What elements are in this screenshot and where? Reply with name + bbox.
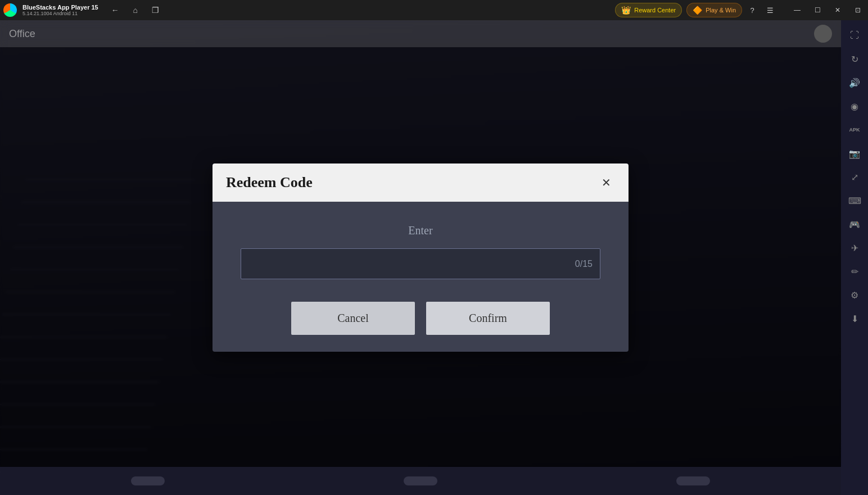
reward-center-button[interactable]: 👑 Reward Center <box>615 3 682 17</box>
right-sidebar: ⛶ ↻ 🔊 ◉ APK 📷 ⤢ ⌨ 🎮 ✈ ✏ ⚙ ⬇ <box>841 20 868 495</box>
dialog-body: Enter 0/15 Cancel Confirm <box>213 202 629 352</box>
app-logo <box>0 0 20 20</box>
dialog-header: Redeem Code ✕ <box>213 164 629 202</box>
apk-sidebar-button[interactable]: APK <box>844 119 865 140</box>
dialog-input-wrapper: 0/15 <box>241 248 600 279</box>
window-controls: — ☐ ✕ ⊡ <box>787 0 868 20</box>
fullscreen-sidebar-button[interactable]: ⛶ <box>844 25 865 46</box>
reward-icon: 👑 <box>621 6 631 15</box>
dialog-close-button[interactable]: ✕ <box>597 174 615 192</box>
download-sidebar-button[interactable]: ⬇ <box>844 308 865 329</box>
back-button[interactable]: ← <box>107 2 123 18</box>
restore-button[interactable]: ⊡ <box>848 0 868 20</box>
redeem-code-dialog: Redeem Code ✕ Enter 0/15 Cancel Confirm <box>213 164 629 352</box>
edit-sidebar-button[interactable]: ✏ <box>844 261 865 282</box>
expand-sidebar-button[interactable]: ⤢ <box>844 166 865 188</box>
close-button[interactable]: ✕ <box>828 0 848 20</box>
menu-button[interactable]: ☰ <box>762 2 778 18</box>
play-win-button[interactable]: 🔶 Play & Win <box>686 3 742 17</box>
screenshot-sidebar-button[interactable]: ◉ <box>844 96 865 117</box>
titlebar-actions: 👑 Reward Center 🔶 Play & Win ? ☰ <box>615 2 783 18</box>
settings-sidebar-button[interactable]: ⚙ <box>844 284 865 306</box>
cancel-button[interactable]: Cancel <box>291 302 415 335</box>
keyboard-sidebar-button[interactable]: ⌨ <box>844 190 865 211</box>
home-button[interactable]: ⌂ <box>128 2 143 18</box>
help-button[interactable]: ? <box>744 2 760 18</box>
dialog-overlay: Redeem Code ✕ Enter 0/15 Cancel Confirm <box>0 20 841 495</box>
gamepad-sidebar-button[interactable]: 🎮 <box>844 214 865 235</box>
titlebar-nav: ← ⌂ ❐ <box>98 2 164 18</box>
char-count: 0/15 <box>575 259 593 269</box>
rotate-sidebar-button[interactable]: ↻ <box>844 48 865 70</box>
logo-circle <box>3 3 17 17</box>
play-win-icon: 🔶 <box>693 6 702 15</box>
dialog-title: Redeem Code <box>226 174 313 191</box>
play-win-label: Play & Win <box>706 7 736 13</box>
titlebar: BlueStacks App Player 15 5.14.21.1004 An… <box>0 0 868 20</box>
app-version: 5.14.21.1004 Android 11 <box>22 11 98 16</box>
main-content: Office ✕ Redeem Code ✕ Enter 0/15 Cancel <box>0 20 841 495</box>
dialog-enter-label: Enter <box>241 224 600 237</box>
app-name-block: BlueStacks App Player 15 5.14.21.1004 An… <box>20 4 98 16</box>
camera-sidebar-button[interactable]: 📷 <box>844 143 865 164</box>
dialog-buttons: Cancel Confirm <box>241 302 600 335</box>
minimize-button[interactable]: — <box>787 0 807 20</box>
redeem-code-input[interactable] <box>241 248 600 279</box>
confirm-button[interactable]: Confirm <box>426 302 550 335</box>
location-sidebar-button[interactable]: ✈ <box>844 237 865 258</box>
maximize-button[interactable]: ☐ <box>807 0 828 20</box>
reward-center-label: Reward Center <box>634 7 676 13</box>
copy-button[interactable]: ❐ <box>148 2 164 18</box>
volume-sidebar-button[interactable]: 🔊 <box>844 72 865 93</box>
app-name: BlueStacks App Player 15 <box>22 4 98 11</box>
